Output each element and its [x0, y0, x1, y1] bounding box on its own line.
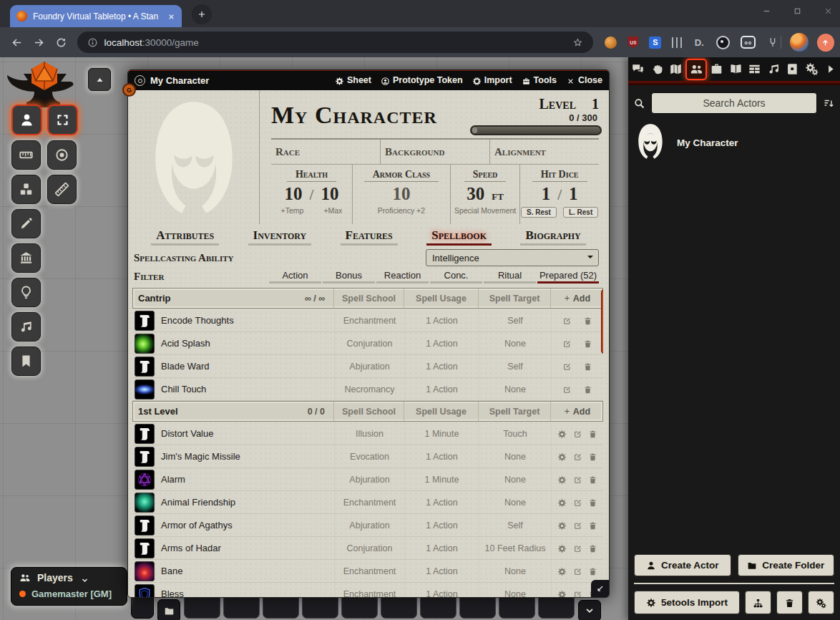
url-bar[interactable]: localhost:30000/game: [77, 32, 594, 53]
character-portrait[interactable]: [128, 90, 260, 224]
scroll-icon[interactable]: [135, 447, 155, 467]
gear-icon[interactable]: [557, 520, 567, 530]
gear-icon[interactable]: [557, 543, 567, 553]
add-spell-button[interactable]: Add: [563, 294, 590, 304]
control-lightbulb-button[interactable]: [11, 278, 41, 307]
sidebar-tab-chat[interactable]: [629, 60, 648, 79]
edit-icon[interactable]: [562, 361, 572, 371]
edit-icon[interactable]: [573, 566, 582, 576]
spell-name[interactable]: Arms of Hadar: [161, 543, 221, 553]
trash-button[interactable]: [776, 591, 803, 614]
temp-hp-label[interactable]: +Temp: [281, 206, 304, 215]
spell-name[interactable]: Alarm: [161, 474, 185, 485]
short-rest-button[interactable]: S. Rest: [521, 207, 557, 218]
spell-name[interactable]: Jim's Magic Missile: [161, 451, 240, 462]
trash-icon[interactable]: [583, 338, 592, 348]
tab-inventory[interactable]: Inventory: [248, 228, 312, 246]
spell-name[interactable]: Bane: [161, 566, 182, 576]
filter-action[interactable]: Action: [269, 270, 321, 284]
character-sheet-window[interactable]: G My Character SheetPrototype TokenImpor…: [127, 69, 610, 598]
sidebar-tab-suitcase[interactable]: [708, 60, 726, 79]
edit-icon[interactable]: [562, 338, 572, 348]
control-music-button[interactable]: [11, 312, 41, 342]
browser-tab[interactable]: Foundry Virtual Tabletop • A Stan: [10, 5, 182, 27]
gear-icon[interactable]: [557, 428, 567, 438]
trash-icon[interactable]: [588, 474, 597, 484]
window-import-button[interactable]: Import: [472, 75, 512, 85]
edit-icon[interactable]: [573, 543, 582, 553]
control-ruler-button[interactable]: [11, 140, 41, 170]
scroll-icon[interactable]: [135, 538, 155, 558]
sidebar-tab-fist[interactable]: [648, 60, 666, 79]
sort-filter-icon[interactable]: [823, 97, 835, 110]
control-user-button[interactable]: [11, 105, 42, 135]
actor-list-item[interactable]: My Character: [628, 120, 840, 166]
spell-row[interactable]: Animal FriendshipEnchantment1 ActionNone: [132, 491, 603, 514]
window-close-button[interactable]: Close: [566, 75, 602, 85]
edit-icon[interactable]: [573, 474, 582, 484]
container-extension-icon[interactable]: oo: [741, 36, 756, 49]
sidebar-tab-map[interactable]: [667, 60, 685, 79]
spell-row[interactable]: Distort ValueIllusion1 MinuteTouch: [132, 422, 603, 445]
new-tab-button[interactable]: [192, 4, 212, 24]
window-prototype-token-button[interactable]: Prototype Token: [381, 75, 463, 85]
player-row[interactable]: Gamemaster [GM]: [11, 586, 127, 605]
spell-name[interactable]: Encode Thoughts: [161, 315, 234, 326]
hotbar-page-down-button[interactable]: [578, 600, 601, 620]
foundry-logo[interactable]: [4, 61, 84, 108]
forward-button[interactable]: [28, 31, 50, 54]
long-rest-button[interactable]: L. Rest: [563, 207, 598, 218]
sidebar-tab-journal[interactable]: [783, 60, 802, 79]
spell-name[interactable]: Acid Splash: [161, 338, 210, 349]
gear-icon[interactable]: [557, 497, 567, 507]
spell-name[interactable]: Bless: [161, 588, 184, 597]
gear-icon[interactable]: [557, 566, 567, 576]
darkreader-extension-icon[interactable]: D.: [693, 36, 705, 49]
spell-row[interactable]: Jim's Magic MissileEvocation1 ActionNone: [132, 445, 603, 468]
reload-button[interactable]: [50, 31, 72, 54]
trash-icon[interactable]: [583, 315, 592, 325]
tab-attributes[interactable]: Attributes: [151, 228, 219, 246]
spell-row[interactable]: AlarmAbjuration1 MinuteNone: [132, 468, 603, 491]
players-panel[interactable]: Players Gamemaster [GM]: [11, 567, 127, 606]
spell-name[interactable]: Distort Value: [161, 428, 213, 439]
window-header[interactable]: My Character SheetPrototype TokenImportT…: [128, 70, 609, 90]
sidebar-tab-table[interactable]: [746, 60, 764, 79]
spell-name[interactable]: Animal Friendship: [161, 497, 235, 508]
max-hp-label[interactable]: +Max: [323, 206, 342, 215]
special-movement-label[interactable]: Special Movement: [454, 206, 516, 215]
race-field[interactable]: Race: [271, 140, 380, 164]
spell-row[interactable]: BaneEnchantment1 ActionNone: [132, 560, 603, 583]
sidebar-tab-users[interactable]: [685, 59, 707, 80]
gear-icon[interactable]: [557, 451, 567, 461]
gear-icon[interactable]: [557, 474, 567, 484]
spell-row[interactable]: Arms of HadarConjuration1 Action10 Feet …: [132, 537, 603, 560]
ublock-extension-icon[interactable]: U0: [627, 37, 638, 49]
create-folder-button[interactable]: Create Folder: [738, 554, 835, 576]
macro-folder-button[interactable]: [157, 599, 180, 620]
players-header[interactable]: Players: [11, 568, 127, 586]
session-extension-icon[interactable]: S: [649, 37, 661, 49]
window-maximize-icon[interactable]: [793, 4, 802, 17]
xp-value[interactable]: 0 / 300: [464, 112, 597, 123]
bless-shield-icon[interactable]: [135, 584, 155, 598]
tool-expand-button[interactable]: [47, 105, 78, 135]
window-close-icon[interactable]: [824, 4, 833, 17]
level-value[interactable]: 1: [592, 96, 599, 112]
hp-current[interactable]: 10: [285, 184, 303, 204]
cogs-button[interactable]: [808, 591, 834, 614]
site-info-icon[interactable]: [87, 37, 98, 48]
trash-icon[interactable]: [588, 543, 597, 553]
gear-icon[interactable]: [557, 588, 567, 597]
add-spell-button[interactable]: Add: [563, 407, 590, 417]
edit-icon[interactable]: [573, 451, 582, 461]
trash-icon[interactable]: [583, 361, 592, 371]
sidebar-tab-caret-right[interactable]: [821, 60, 840, 79]
bane-burst-icon[interactable]: [135, 561, 155, 581]
sidebar-tab-book[interactable]: [726, 60, 745, 79]
sidebar-tab-cogs[interactable]: [802, 60, 821, 79]
scroll-icon[interactable]: [135, 311, 155, 331]
control-dice-button[interactable]: [11, 175, 41, 204]
browser-update-button[interactable]: [817, 34, 834, 52]
spell-row[interactable]: Encode ThoughtsEnchantment1 ActionSelf: [132, 309, 603, 332]
